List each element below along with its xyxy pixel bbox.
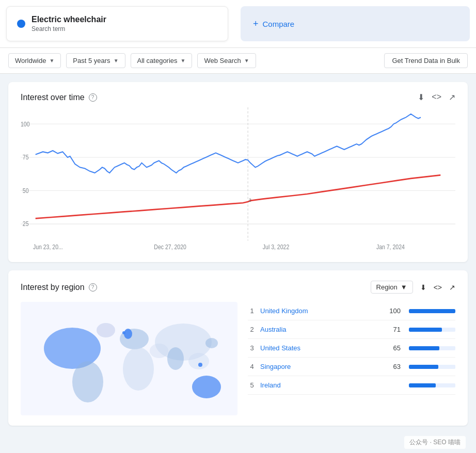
- interest-over-time-header: Interest over time ? ⬇ <> ↗: [21, 92, 455, 102]
- svg-text:Jul 3, 2022: Jul 3, 2022: [263, 244, 289, 250]
- interest-by-region-card: Interest by region ? Region ▼ ⬇ <> ↗: [8, 270, 468, 426]
- compare-plus: +: [253, 19, 259, 29]
- svg-point-17: [72, 361, 103, 402]
- category-chevron: ▼: [181, 58, 186, 63]
- world-map: [21, 302, 237, 415]
- region-bar-bg: [409, 365, 455, 369]
- region-bar-bg: [409, 383, 455, 387]
- interest-over-time-actions: ⬇ <> ↗: [418, 92, 455, 102]
- region-bar-fill: [409, 383, 436, 387]
- region-value: 65: [385, 344, 401, 352]
- region-download-icon[interactable]: ⬇: [420, 283, 426, 292]
- region-dropdown[interactable]: Region ▼: [371, 281, 413, 294]
- region-item: 1 United Kingdom 100: [248, 302, 455, 320]
- region-name[interactable]: Ireland: [260, 381, 381, 389]
- compare-card[interactable]: + Compare: [241, 6, 470, 41]
- region-item: 3 United States 65: [248, 339, 455, 358]
- svg-point-25: [192, 376, 221, 398]
- main-content: Interest over time ? ⬇ <> ↗ 100 75 50 25: [0, 74, 476, 434]
- trend-data-button[interactable]: Get Trend Data in Bulk: [384, 53, 468, 68]
- svg-point-16: [97, 323, 115, 337]
- share-icon[interactable]: ↗: [449, 92, 455, 102]
- interest-over-time-card: Interest over time ? ⬇ <> ↗ 100 75 50 25: [8, 82, 468, 262]
- svg-point-23: [167, 347, 184, 370]
- region-bar-fill: [409, 346, 439, 350]
- region-code-icon[interactable]: <>: [434, 283, 442, 292]
- region-controls: Region ▼ ⬇ <> ↗: [371, 281, 455, 294]
- region-list: 1 United Kingdom 100 2 Australia 71: [248, 302, 455, 415]
- region-bar-fill: [409, 365, 438, 369]
- region-value: 100: [385, 307, 401, 315]
- compare-label: Compare: [263, 20, 295, 28]
- svg-text:Jan 7, 2024: Jan 7, 2024: [376, 244, 405, 250]
- code-icon[interactable]: <>: [432, 92, 441, 102]
- svg-point-26: [205, 338, 218, 348]
- search-term-title: Electric wheelchair: [31, 15, 106, 24]
- region-share-icon[interactable]: ↗: [449, 283, 455, 292]
- interest-by-region-header: Interest by region ? Region ▼ ⬇ <> ↗: [21, 281, 455, 294]
- region-chevron: ▼: [401, 283, 407, 291]
- region-rank: 4: [248, 363, 256, 370]
- location-label: Worldwide: [15, 57, 46, 64]
- search-term-subtitle: Search term: [31, 25, 106, 33]
- region-rank: 3: [248, 344, 256, 352]
- interest-by-region-info-icon[interactable]: ?: [89, 283, 97, 292]
- category-filter[interactable]: All categories ▼: [131, 53, 193, 68]
- svg-text:Dec 27, 2020: Dec 27, 2020: [154, 244, 186, 250]
- download-icon[interactable]: ⬇: [418, 92, 424, 102]
- region-bar-bg: [409, 346, 455, 350]
- svg-text:75: 75: [23, 154, 29, 161]
- region-item: 4 Singapore 63: [248, 358, 455, 376]
- region-bar-fill: [409, 328, 442, 332]
- svg-point-19: [124, 329, 132, 339]
- region-bar-bg: [409, 309, 455, 313]
- region-rank: 1: [248, 307, 256, 315]
- search-term-dot: [17, 20, 25, 28]
- map-svg: [21, 302, 237, 415]
- search-type-label: Web Search: [204, 57, 241, 64]
- search-type-filter[interactable]: Web Search ▼: [197, 53, 256, 68]
- search-type-chevron: ▼: [244, 58, 249, 63]
- region-name[interactable]: United Kingdom: [260, 307, 381, 315]
- svg-text:50: 50: [23, 187, 29, 194]
- region-name[interactable]: Australia: [260, 326, 381, 333]
- search-term-text: Electric wheelchair Search term: [31, 15, 106, 33]
- category-label: All categories: [137, 57, 178, 64]
- svg-text:100: 100: [21, 121, 30, 127]
- region-bar-fill: [409, 309, 455, 313]
- time-label: Past 5 years: [73, 57, 110, 64]
- region-rank: 2: [248, 326, 256, 333]
- svg-point-27: [198, 363, 202, 367]
- svg-text:Jun 23, 20...: Jun 23, 20...: [33, 244, 63, 250]
- region-bar-bg: [409, 328, 455, 332]
- time-chevron: ▼: [114, 58, 119, 63]
- location-filter[interactable]: Worldwide ▼: [8, 53, 61, 68]
- svg-text:2: 2: [249, 198, 251, 203]
- region-rank: 5: [248, 381, 256, 389]
- region-item: 5 Ireland 公众号 · SEO 喵喵: [248, 376, 455, 395]
- filter-bar: Worldwide ▼ Past 5 years ▼ All categorie…: [0, 48, 476, 74]
- interest-over-time-info-icon[interactable]: ?: [89, 93, 97, 102]
- interest-over-time-chart: 100 75 50 25 2 Jun 23, 20... Dec 27, 202…: [21, 107, 455, 252]
- interest-over-time-title: Interest over time ?: [21, 93, 97, 102]
- time-filter[interactable]: Past 5 years ▼: [66, 53, 125, 68]
- svg-point-20: [123, 347, 154, 391]
- svg-point-28: [122, 331, 125, 334]
- region-name[interactable]: Singapore: [260, 363, 381, 370]
- region-value: 71: [385, 326, 401, 333]
- search-term-card: Electric wheelchair Search term: [6, 6, 228, 41]
- region-content: 1 United Kingdom 100 2 Australia 71: [21, 302, 455, 415]
- svg-point-24: [188, 353, 209, 369]
- svg-text:25: 25: [23, 221, 29, 228]
- region-item: 2 Australia 71: [248, 320, 455, 339]
- top-bar: Electric wheelchair Search term + Compar…: [0, 0, 476, 48]
- location-chevron: ▼: [49, 58, 54, 63]
- region-value: 63: [385, 363, 401, 370]
- interest-by-region-title: Interest by region ?: [21, 283, 97, 292]
- region-name[interactable]: United States: [260, 344, 381, 352]
- chart-svg: 100 75 50 25 2 Jun 23, 20... Dec 27, 202…: [21, 107, 455, 252]
